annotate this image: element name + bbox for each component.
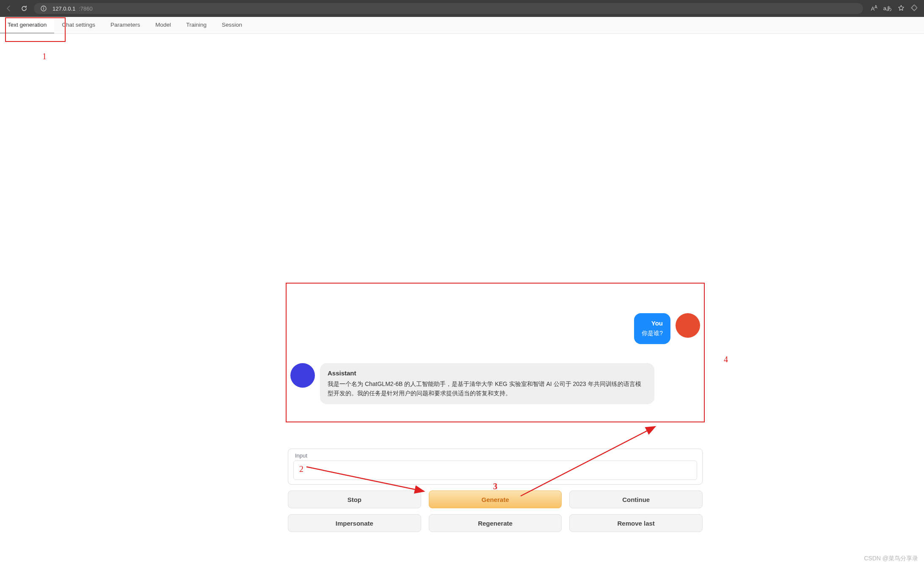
regenerate-button[interactable]: Regenerate — [429, 514, 562, 532]
watermark: CSDN @菜鸟分享录 — [864, 555, 918, 562]
annotation-label-1: 1 — [42, 52, 47, 61]
main-tabs: Text generation Chat settings Parameters… — [0, 17, 924, 34]
url-port: :7860 — [79, 6, 93, 12]
toolbar-right: AA aあ — [867, 5, 921, 13]
you-text: 你是谁? — [642, 329, 663, 338]
message-assistant: Assistant 我是一个名为 ChatGLM2-6B 的人工智能助手，是基于… — [290, 363, 654, 404]
chat-area: You 你是谁? Assistant 我是一个名为 ChatGLM2-6B 的人… — [288, 305, 703, 532]
tab-model[interactable]: Model — [148, 17, 179, 33]
url-host: 127.0.0.1 — [52, 6, 75, 12]
message-you: You 你是谁? — [634, 313, 700, 344]
you-bubble: You 你是谁? — [634, 313, 670, 344]
tab-session[interactable]: Session — [214, 17, 250, 33]
chat-input[interactable] — [293, 460, 697, 480]
tab-label: Training — [186, 22, 207, 28]
tab-training[interactable]: Training — [179, 17, 214, 33]
address-bar[interactable]: 127.0.0.1:7860 — [34, 3, 863, 14]
chat-messages: You 你是谁? Assistant 我是一个名为 ChatGLM2-6B 的人… — [288, 305, 703, 449]
svg-point-1 — [43, 7, 44, 8]
input-label: Input — [293, 452, 697, 459]
site-info-icon[interactable] — [38, 3, 49, 14]
tab-label: Parameters — [110, 22, 140, 28]
assistant-avatar — [290, 363, 315, 388]
remove-last-button[interactable]: Remove last — [569, 514, 703, 532]
back-arrow-icon[interactable] — [3, 3, 14, 14]
you-avatar — [676, 313, 700, 338]
tab-label: Text generation — [8, 22, 47, 28]
continue-button[interactable]: Continue — [569, 491, 703, 508]
browser-toolbar: 127.0.0.1:7860 AA aあ — [0, 0, 924, 17]
generate-button[interactable]: 3 Generate — [429, 491, 562, 508]
translate-icon[interactable]: aあ — [883, 5, 892, 12]
you-name: You — [642, 318, 663, 328]
tab-parameters[interactable]: Parameters — [103, 17, 148, 33]
favorite-icon[interactable] — [898, 5, 905, 13]
tab-label: Model — [155, 22, 171, 28]
assistant-text: 我是一个名为 ChatGLM2-6B 的人工智能助手，是基于清华大学 KEG 实… — [328, 380, 647, 398]
assistant-bubble: Assistant 我是一个名为 ChatGLM2-6B 的人工智能助手，是基于… — [320, 363, 654, 404]
button-row-2: Impersonate Regenerate Remove last — [288, 514, 703, 532]
annotation-label-4: 4 — [724, 355, 728, 364]
stop-button[interactable]: Stop — [288, 491, 421, 508]
button-row-1: Stop 3 Generate Continue — [288, 491, 703, 508]
tab-label: Chat settings — [62, 22, 95, 28]
refresh-icon[interactable] — [19, 3, 30, 14]
input-card: Input 2 — [288, 449, 703, 485]
tab-label: Session — [222, 22, 242, 28]
tab-text-generation[interactable]: Text generation — [0, 17, 54, 33]
extension-icon[interactable] — [910, 5, 917, 13]
tab-chat-settings[interactable]: Chat settings — [54, 17, 103, 33]
text-size-icon[interactable]: AA — [871, 5, 877, 12]
svg-rect-2 — [43, 8, 44, 10]
assistant-name: Assistant — [328, 368, 647, 378]
impersonate-button[interactable]: Impersonate — [288, 514, 421, 532]
